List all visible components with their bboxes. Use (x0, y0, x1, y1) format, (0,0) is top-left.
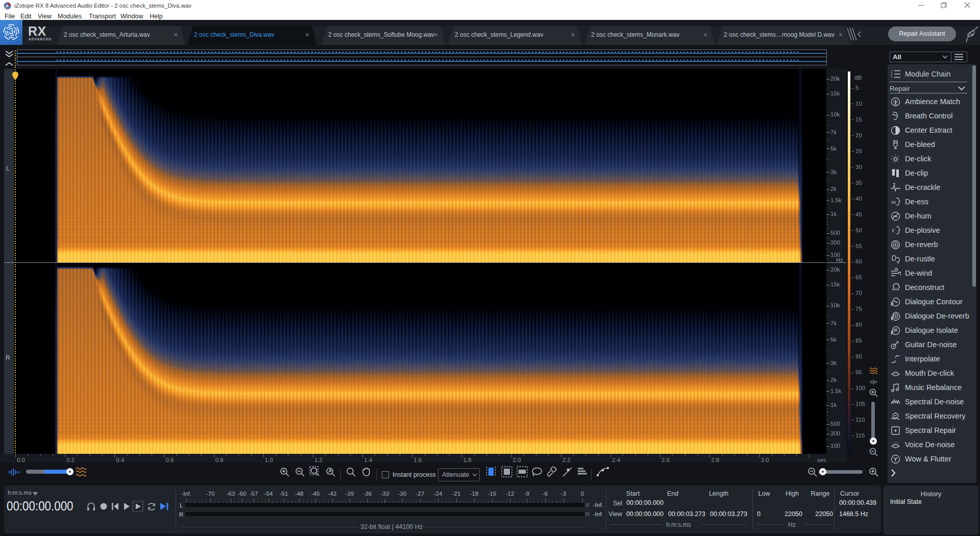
svg-text:ss: ss (891, 200, 896, 205)
